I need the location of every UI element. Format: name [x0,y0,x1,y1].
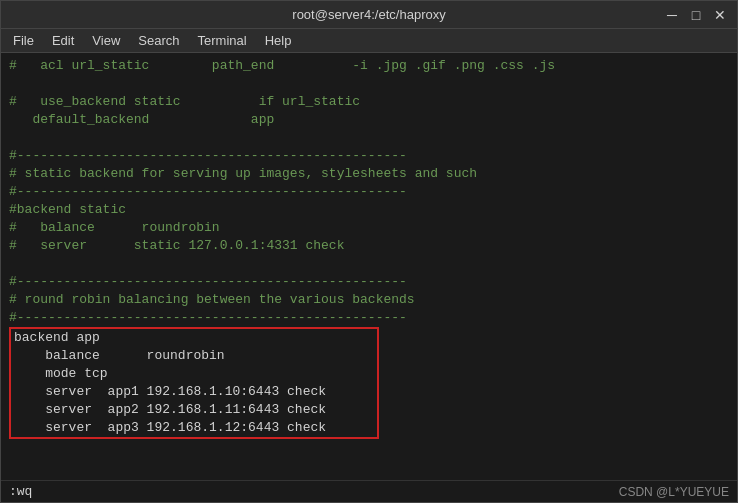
maximize-button[interactable]: □ [687,7,705,23]
line-8: #---------------------------------------… [9,183,729,201]
line-blank-2 [9,129,729,147]
line-3: # use_backend static if url_static [9,93,729,111]
menu-terminal[interactable]: Terminal [190,31,255,50]
hline-2: balance roundrobin [14,347,374,365]
hline-6: server app3 192.168.1.12:6443 check [14,419,374,437]
highlighted-block: backend app balance roundrobin mode tcp … [9,327,379,439]
menu-help[interactable]: Help [257,31,300,50]
line-blank-3 [9,255,729,273]
menu-file[interactable]: File [5,31,42,50]
menu-search[interactable]: Search [130,31,187,50]
line-1: # acl url_static path_end -i .jpg .gif .… [9,57,729,75]
watermark: CSDN @L*YUEYUE [619,485,729,499]
line-10: # balance roundrobin [9,219,729,237]
hline-3: mode tcp [14,365,374,383]
menu-bar: File Edit View Search Terminal Help [1,29,737,53]
command-line: :wq [9,484,32,499]
minimize-button[interactable]: ─ [663,7,681,23]
terminal-window: root@server4:/etc/haproxy ─ □ ✕ File Edi… [0,0,738,503]
hline-4: server app1 192.168.1.10:6443 check [14,383,374,401]
close-button[interactable]: ✕ [711,7,729,23]
line-7: # static backend for serving up images, … [9,165,729,183]
line-4: default_backend app [9,111,729,129]
terminal-content: # acl url_static path_end -i .jpg .gif .… [1,53,737,480]
line-15: #---------------------------------------… [9,309,729,327]
hline-1: backend app [14,329,374,347]
line-blank-1 [9,75,729,93]
hline-5: server app2 192.168.1.11:6443 check [14,401,374,419]
menu-view[interactable]: View [84,31,128,50]
line-14: # round robin balancing between the vari… [9,291,729,309]
menu-edit[interactable]: Edit [44,31,82,50]
window-controls[interactable]: ─ □ ✕ [663,7,729,23]
line-13: #---------------------------------------… [9,273,729,291]
title-bar: root@server4:/etc/haproxy ─ □ ✕ [1,1,737,29]
bottom-bar: :wq CSDN @L*YUEYUE [1,480,737,502]
window-title: root@server4:/etc/haproxy [292,7,445,22]
line-6: #---------------------------------------… [9,147,729,165]
line-9: #backend static [9,201,729,219]
line-11: # server static 127.0.0.1:4331 check [9,237,729,255]
